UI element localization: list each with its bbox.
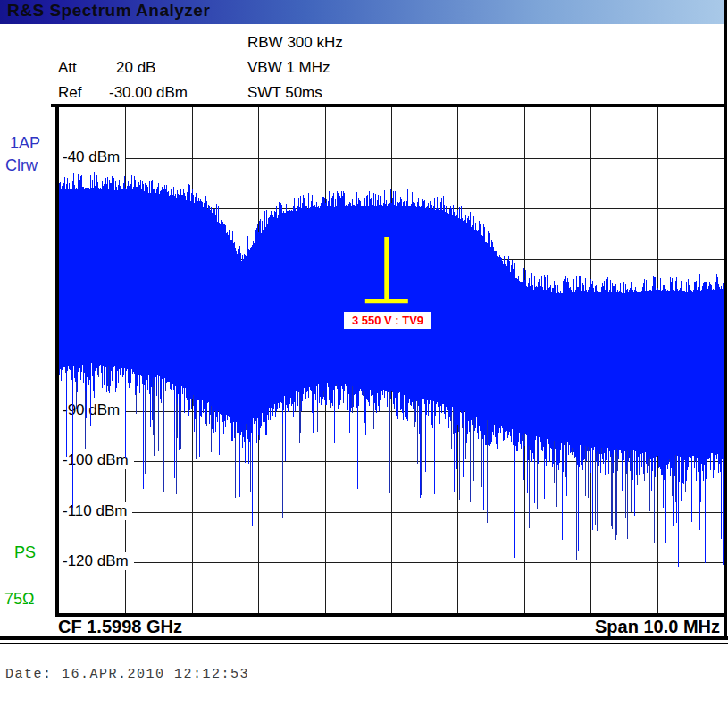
- rbw-readout: RBW 300 kHz: [247, 34, 343, 52]
- impedance-label: 75Ω: [4, 590, 34, 608]
- y-axis-label: -90 dBm: [59, 401, 125, 419]
- att-label: Att: [58, 59, 77, 77]
- ps-label: PS: [14, 543, 36, 561]
- vbw-readout: VBW 1 MHz: [247, 59, 331, 77]
- bottom-rule-thin: [0, 643, 728, 644]
- title-bar: R&S Spectrum Analyzer: [0, 0, 724, 24]
- bottom-rule-thick: [0, 636, 728, 640]
- screen-right-border: [724, 0, 727, 640]
- channel-marker-label: 3 550 V : TV9: [344, 312, 431, 329]
- date-stamp: Date: 16.APR.2010 12:12:53: [5, 667, 249, 682]
- y-axis-labels: -40 dBm-90 dBm-100 dBm-110 dBm-120 dBm: [59, 107, 724, 613]
- center-frequency-readout: CF 1.5998 GHz: [58, 617, 182, 637]
- ref-label: Ref: [58, 84, 81, 102]
- trace-mode-label-1ap: 1AP: [10, 134, 40, 152]
- span-readout: Span 10.0 MHz: [595, 617, 720, 637]
- ref-value: -30.00 dBm: [109, 84, 188, 102]
- app-title: R&S Spectrum Analyzer: [7, 1, 210, 21]
- y-axis-label: -40 dBm: [59, 148, 125, 166]
- y-axis-label: -120 dBm: [59, 552, 134, 570]
- trace-mode-label-clrw: Clrw: [5, 156, 38, 174]
- swt-readout: SWT 50ms: [247, 84, 322, 102]
- spectrum-analyzer-screenshot: R&S Spectrum Analyzer RBW 300 kHz Att 20…: [0, 0, 728, 707]
- att-value: 20 dB: [116, 59, 155, 77]
- y-axis-label: -110 dBm: [59, 502, 132, 520]
- y-axis-label: -100 dBm: [59, 451, 134, 469]
